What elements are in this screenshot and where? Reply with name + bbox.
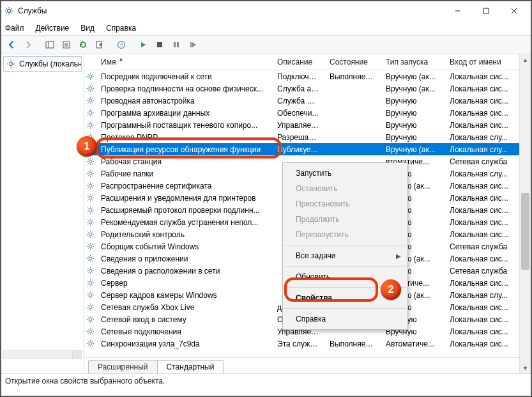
svg-line-54 — [87, 98, 88, 98]
properties-button[interactable] — [59, 37, 74, 52]
close-button[interactable] — [500, 2, 528, 20]
pause-service-button[interactable] — [169, 37, 184, 52]
service-row[interactable]: Проверка подлинности на основе физическ.… — [84, 82, 531, 95]
show-hide-tree-button[interactable] — [42, 37, 57, 52]
svg-line-135 — [87, 207, 88, 208]
svg-line-119 — [87, 187, 88, 188]
svg-point-26 — [9, 62, 12, 65]
scroll-thumb[interactable] — [521, 193, 529, 270]
service-row[interactable]: Проводная автонастройкаСлужба W...Вручну… — [84, 95, 531, 107]
ctx-restart: Перезапустить — [283, 227, 407, 242]
service-row[interactable]: Протокол PNRPРазрешает...ВручнуюЛокальна… — [84, 131, 531, 143]
refresh-button[interactable] — [75, 37, 91, 52]
svg-point-67 — [89, 123, 92, 127]
svg-line-234 — [87, 341, 88, 341]
nav-horizontal-scrollbar[interactable] — [3, 350, 82, 359]
gear-icon — [84, 206, 96, 214]
service-row[interactable]: Посредник подключений к сетиПодключе...В… — [84, 70, 531, 82]
maximize-button[interactable] — [472, 2, 500, 20]
menu-bar: Файл Действие Вид Справка — [1, 21, 531, 35]
svg-line-210 — [92, 304, 93, 305]
svg-line-128 — [87, 199, 88, 200]
svg-point-112 — [89, 184, 92, 187]
col-name[interactable]: Имя▲ — [96, 58, 272, 66]
svg-line-38 — [87, 78, 88, 79]
gear-icon — [84, 182, 96, 190]
start-service-button[interactable] — [135, 37, 151, 52]
ctx-start[interactable]: Запустить — [283, 166, 407, 181]
scroll-down-button[interactable]: ▼ — [520, 362, 531, 373]
svg-line-137 — [87, 212, 88, 212]
svg-line-235 — [92, 345, 93, 346]
svg-line-173 — [87, 260, 88, 261]
gear-icon — [84, 157, 96, 166]
scroll-up-button[interactable]: ▲ — [520, 54, 531, 65]
svg-line-189 — [87, 280, 88, 281]
svg-line-127 — [92, 199, 93, 200]
nav-services-node[interactable]: Службы (локальные) — [3, 56, 82, 72]
nav-services-label: Службы (локальные) — [19, 59, 82, 68]
ctx-help[interactable]: Справка — [283, 311, 407, 327]
gear-icon — [84, 97, 96, 105]
ctx-all-tasks[interactable]: Все задачи▶ — [283, 248, 407, 263]
service-row[interactable]: Программа архивации данныхОбеспечи...Вру… — [84, 107, 531, 119]
col-logon[interactable]: Вход от имени — [445, 58, 520, 66]
svg-line-145 — [92, 224, 93, 224]
svg-line-227 — [87, 333, 88, 334]
svg-line-129 — [92, 195, 93, 196]
svg-line-162 — [87, 244, 88, 244]
col-description[interactable]: Описание — [272, 58, 324, 66]
minimize-button[interactable] — [444, 2, 472, 20]
gear-icon — [84, 315, 96, 323]
svg-line-108 — [87, 171, 88, 171]
menu-view[interactable]: Вид — [80, 24, 95, 33]
service-row[interactable]: Программный поставщик теневого копиро...… — [84, 119, 531, 131]
svg-line-84 — [92, 134, 93, 135]
svg-point-220 — [89, 330, 92, 333]
svg-rect-22 — [157, 42, 162, 47]
help-button[interactable]: ? — [114, 37, 129, 52]
svg-line-237 — [92, 341, 93, 341]
forward-button[interactable] — [20, 37, 36, 52]
svg-line-64 — [92, 114, 93, 115]
nav-pane: Службы (локальные) — [1, 54, 84, 373]
tab-standard[interactable]: Стандартный — [157, 360, 224, 373]
svg-line-171 — [87, 256, 88, 256]
status-bar: Открытие окна свойств выбранного объекта… — [1, 373, 531, 388]
svg-line-56 — [87, 102, 88, 103]
svg-line-208 — [92, 309, 93, 309]
svg-line-198 — [87, 292, 88, 293]
export-button[interactable] — [92, 37, 107, 52]
tab-extended[interactable]: Расширенный — [88, 360, 158, 373]
svg-point-94 — [89, 160, 92, 163]
col-state[interactable]: Состояние — [324, 58, 381, 66]
svg-line-172 — [92, 260, 93, 261]
gear-icon — [84, 339, 96, 348]
svg-line-73 — [92, 127, 93, 127]
column-header-row: Имя▲ Описание Состояние Тип запуска Вход… — [84, 54, 531, 70]
svg-point-184 — [89, 281, 92, 284]
title-bar: Службы — [1, 1, 531, 21]
service-row[interactable]: Публикация ресурсов обнаружения функцииП… — [84, 143, 531, 155]
restart-service-button[interactable] — [185, 37, 201, 52]
svg-point-157 — [89, 245, 92, 248]
svg-line-74 — [87, 127, 88, 127]
vertical-scrollbar[interactable]: ▲ ▼ — [519, 54, 531, 373]
svg-point-121 — [89, 196, 92, 199]
back-button[interactable] — [4, 37, 19, 52]
svg-line-120 — [92, 183, 93, 183]
svg-line-154 — [92, 236, 93, 237]
svg-point-58 — [89, 111, 92, 114]
service-row[interactable]: Синхронизация узла_7c9daЭта служб...Выпо… — [84, 338, 531, 350]
col-startup[interactable]: Тип запуска — [381, 58, 445, 66]
svg-line-146 — [87, 224, 88, 224]
stop-service-button[interactable] — [152, 37, 167, 52]
svg-rect-23 — [174, 42, 176, 47]
svg-line-111 — [92, 171, 93, 171]
svg-line-100 — [92, 163, 93, 164]
svg-line-109 — [92, 175, 93, 176]
menu-file[interactable]: Файл — [5, 24, 24, 33]
menu-action[interactable]: Действие — [36, 24, 70, 33]
menu-help[interactable]: Справка — [106, 24, 136, 33]
svg-point-193 — [89, 293, 92, 297]
